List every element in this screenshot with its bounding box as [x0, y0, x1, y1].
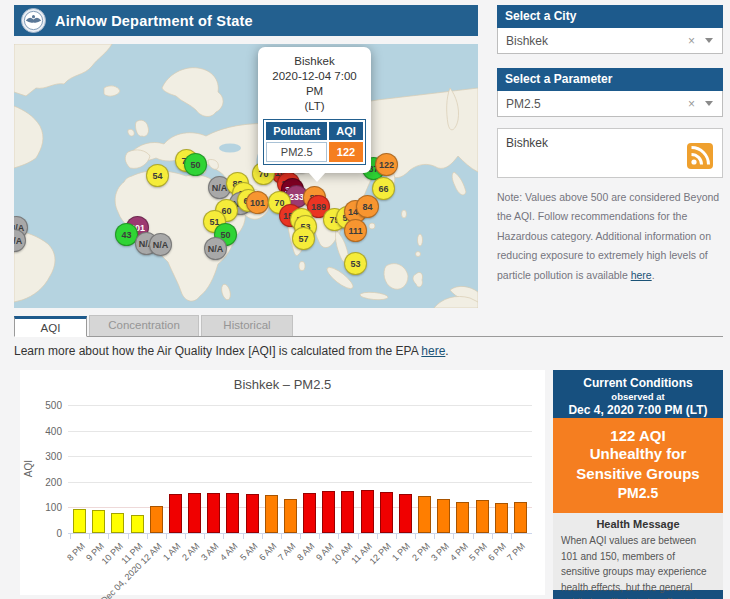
- cc-observed-at: observed at: [553, 391, 723, 402]
- cc-aqi-block: 122 AQI Unhealthy for Sensitive Groups P…: [553, 418, 723, 513]
- tab-aqi[interactable]: AQI: [14, 316, 87, 337]
- map-marker[interactable]: 111: [344, 219, 367, 242]
- chart-bar[interactable]: [361, 490, 374, 533]
- chart-x-label: 1 AM: [161, 541, 183, 563]
- chart-x-label: 4 AM: [218, 541, 240, 563]
- chart-bar[interactable]: [150, 506, 163, 533]
- select-city-panel: Select a City Bishkek ×: [497, 5, 723, 54]
- chart-x-tick: [89, 534, 90, 539]
- tab-historical[interactable]: Historical: [201, 315, 293, 336]
- chart-bar[interactable]: [73, 509, 86, 533]
- select-parameter-header: Select a Parameter: [497, 68, 723, 91]
- chart-bar[interactable]: [169, 494, 182, 533]
- parameter-clear-icon[interactable]: ×: [688, 97, 695, 111]
- chart-x-tick: [147, 534, 148, 539]
- map-marker[interactable]: N/A: [204, 237, 227, 260]
- rss-icon[interactable]: [687, 143, 713, 169]
- city-combobox[interactable]: Bishkek ×: [497, 28, 723, 54]
- map-marker[interactable]: 50: [184, 153, 207, 176]
- state-seal-icon: [21, 8, 46, 33]
- chart-x-tick: [281, 534, 282, 539]
- app-title: AirNow Department of State: [55, 13, 253, 29]
- chart-bar[interactable]: [131, 515, 144, 533]
- chart-x-tick: [185, 534, 186, 539]
- chart-bar[interactable]: [92, 510, 105, 533]
- map-marker[interactable]: 66: [372, 177, 395, 200]
- parameter-chevron-down-icon[interactable]: [705, 101, 713, 106]
- chart-x-tick: [223, 534, 224, 539]
- chart-x-label: 5 PM: [467, 541, 489, 563]
- chart-bar[interactable]: [246, 494, 259, 533]
- cc-pollutant: PM2.5: [553, 485, 723, 501]
- epa-link[interactable]: here: [421, 344, 445, 358]
- cc-aqi-value: 122 AQI: [553, 427, 723, 444]
- chart-bar[interactable]: [341, 491, 354, 533]
- rss-panel: Bishkek: [497, 128, 723, 178]
- chart-x-label: 6 PM: [486, 541, 508, 563]
- parameter-value: PM2.5: [506, 97, 688, 111]
- city-chevron-down-icon[interactable]: [705, 38, 713, 43]
- chart-bar[interactable]: [514, 502, 527, 533]
- cc-title: Current Conditions: [553, 376, 723, 390]
- map-marker[interactable]: 57: [292, 227, 315, 250]
- chart-bar[interactable]: [322, 491, 335, 533]
- chart-bar[interactable]: [380, 492, 393, 533]
- chart-x-tick: [204, 534, 205, 539]
- chart-bar[interactable]: [111, 513, 124, 533]
- cc-datetime: Dec 4, 2020 7:00 PM (LT): [553, 403, 723, 417]
- learn-more-text: Learn more about how the Air Quality Ind…: [14, 344, 449, 358]
- map-marker[interactable]: 53: [344, 252, 367, 275]
- chart-x-tick: [338, 534, 339, 539]
- chart-x-label: 5 AM: [238, 541, 260, 563]
- note-link[interactable]: here: [631, 269, 652, 281]
- chart-x-tick: [300, 534, 301, 539]
- popup-timezone: (LT): [263, 99, 366, 114]
- chart-bar[interactable]: [188, 493, 201, 533]
- chart-gridline: [68, 482, 532, 483]
- chart-bar[interactable]: [399, 494, 412, 533]
- map-marker[interactable]: 101: [246, 191, 269, 214]
- city-clear-icon[interactable]: ×: [688, 34, 695, 48]
- chart-x-tick: [396, 534, 397, 539]
- chart-y-tick-label: 500: [26, 400, 62, 411]
- map-marker[interactable]: N/A: [149, 233, 172, 256]
- chart-bar[interactable]: [284, 499, 297, 533]
- chart-x-label: 8 AM: [295, 541, 317, 563]
- parameter-combobox[interactable]: PM2.5 ×: [497, 91, 723, 117]
- chart-x-label: 10 AM: [330, 541, 355, 566]
- chart-x-tick: [319, 534, 320, 539]
- chart-x-tick: [473, 534, 474, 539]
- chart-x-tick: [358, 534, 359, 539]
- chart-x-tick: [492, 534, 493, 539]
- note-text: Note: Values above 500 are considered Be…: [497, 191, 719, 281]
- chart-bar[interactable]: [437, 499, 450, 533]
- map-marker[interactable]: 54: [146, 164, 169, 187]
- popup-col-aqi: AQI: [329, 122, 363, 140]
- chart-bar[interactable]: [226, 493, 239, 533]
- popup-datetime: 2020-12-04 7:00 PM: [263, 69, 366, 99]
- world-map[interactable]: N/AN/A547350N/A8891N/A61101605150N/A2014…: [14, 44, 478, 308]
- chart-y-tick-label: 200: [26, 477, 62, 488]
- select-parameter-panel: Select a Parameter PM2.5 ×: [497, 68, 723, 117]
- tab-concentration[interactable]: Concentration: [89, 315, 199, 336]
- chart-x-label: 1 PM: [391, 541, 413, 563]
- chart-bar[interactable]: [456, 502, 469, 533]
- chart-bar[interactable]: [495, 503, 508, 533]
- chart-bar[interactable]: [207, 493, 220, 533]
- map-marker[interactable]: 122: [375, 153, 398, 176]
- chart-x-tick: [108, 534, 109, 539]
- city-value: Bishkek: [506, 34, 688, 48]
- map-marker[interactable]: 84: [356, 195, 379, 218]
- popup-pollutant-value: PM2.5: [266, 142, 327, 162]
- chart-bar[interactable]: [476, 500, 489, 533]
- chart-bar[interactable]: [265, 495, 278, 533]
- chart-bar[interactable]: [418, 496, 431, 533]
- chart-gridline: [68, 431, 532, 432]
- cc-category: Unhealthy for Sensitive Groups: [553, 444, 723, 484]
- chart-bar[interactable]: [303, 493, 316, 533]
- chart-x-tick: [511, 534, 512, 539]
- header-bar: AirNow Department of State: [14, 5, 478, 36]
- chart-x-tick: [262, 534, 263, 539]
- note-text-after: .: [652, 269, 655, 281]
- popup-table: Pollutant AQI PM2.5 122: [263, 119, 366, 165]
